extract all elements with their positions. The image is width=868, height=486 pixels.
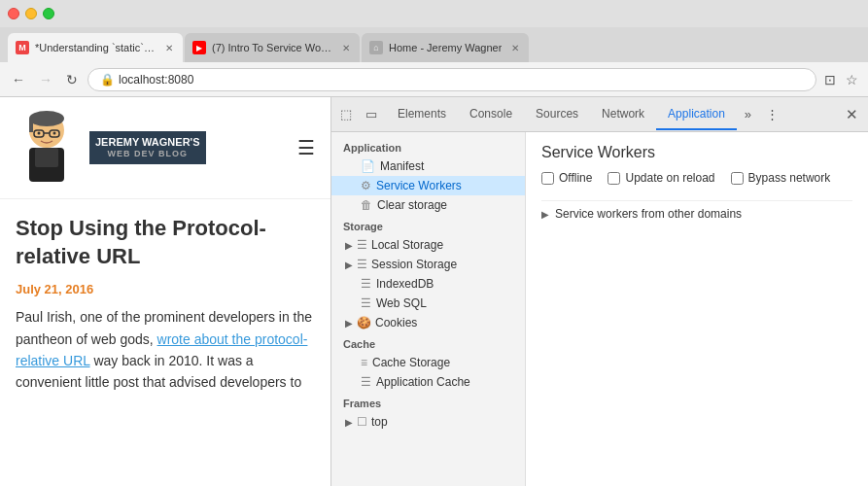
sidebar-item-web-sql[interactable]: ☰ Web SQL	[331, 294, 525, 313]
address-icons: ⊡ ☆	[822, 70, 860, 89]
update-on-reload-checkbox[interactable]	[608, 172, 620, 185]
svg-point-1	[29, 111, 64, 126]
session-storage-icon: ☰	[357, 258, 367, 271]
devtools-panel: ⬚ ▭ Elements Console Sources Network App…	[330, 97, 868, 486]
tab-gmail[interactable]: M *Understanding `static` in Re... ✕	[8, 33, 183, 62]
device-icon[interactable]: ▭	[361, 104, 382, 124]
section-label-frames: Frames	[331, 392, 525, 412]
sidebar-item-manifest[interactable]: 📄 Manifest	[331, 156, 525, 176]
sidebar-item-clear-storage[interactable]: 🗑 Clear storage	[331, 195, 525, 215]
tab-favicon-gmail: M	[16, 41, 29, 54]
website-content: JEREMY WAGNER'S WEB DEV BLOG ☰ Stop Usin…	[0, 97, 330, 486]
other-domains-arrow: ▶	[541, 209, 549, 220]
top-arrow: ▶	[345, 417, 353, 428]
local-storage-label: Local Storage	[371, 238, 443, 252]
site-body: Stop Using the Protocol-relative URL Jul…	[0, 199, 330, 409]
sidebar-item-service-workers[interactable]: ⚙ Service Workers	[331, 176, 525, 195]
indexeddb-icon: ☰	[361, 277, 371, 291]
reload-button[interactable]: ↻	[62, 70, 82, 89]
section-label-cache: Cache	[331, 332, 525, 353]
checkbox-offline[interactable]: Offline	[541, 171, 592, 185]
back-button[interactable]: ←	[8, 70, 29, 89]
sidebar-item-indexeddb[interactable]: ☰ IndexedDB	[331, 274, 525, 294]
sidebar-item-session-storage[interactable]: ▶ ☰ Session Storage	[331, 255, 525, 274]
article-body: Paul Irish, one of the prominent develop…	[16, 306, 315, 394]
tab-site[interactable]: ⌂ Home - Jeremy Wagner ✕	[362, 33, 529, 62]
bypass-network-checkbox[interactable]	[731, 172, 744, 185]
sidebar-item-local-storage[interactable]: ▶ ☰ Local Storage	[331, 235, 525, 255]
tab-favicon-site: ⌂	[369, 41, 383, 54]
hamburger-icon[interactable]: ☰	[297, 136, 315, 159]
svg-point-7	[53, 132, 56, 135]
inspect-icon[interactable]: ⬚	[335, 104, 357, 124]
other-domains-collapsible[interactable]: ▶ Service workers from other domains	[541, 200, 852, 226]
devtools-icons: ⬚ ▭	[335, 104, 382, 124]
address-field[interactable]: 🔒 localhost:8080	[87, 68, 816, 91]
devtools-main-panel: Service Workers Offline Update on reload…	[526, 132, 868, 486]
checkbox-bypass-network[interactable]: Bypass network	[731, 171, 831, 185]
devtools-menu-button[interactable]: ⋮	[761, 104, 783, 124]
lock-icon: 🔒	[100, 73, 115, 87]
tab-sources[interactable]: Sources	[524, 99, 590, 130]
sidebar-item-top[interactable]: ▶ ☐ top	[331, 412, 525, 432]
session-storage-label: Session Storage	[371, 258, 457, 271]
top-label: top	[371, 415, 388, 429]
service-workers-icon: ⚙	[361, 179, 371, 192]
update-on-reload-label: Update on reload	[625, 171, 714, 185]
main-area: JEREMY WAGNER'S WEB DEV BLOG ☰ Stop Usin…	[0, 97, 868, 486]
tab-close-site[interactable]: ✕	[511, 43, 519, 53]
tab-close-youtube[interactable]: ✕	[342, 43, 350, 53]
tab-youtube[interactable]: ▶ (7) Intro To Service Workers & ✕	[185, 33, 360, 62]
offline-label: Offline	[559, 171, 592, 185]
manifest-label: Manifest	[380, 159, 424, 173]
top-icon: ☐	[357, 415, 367, 429]
clear-storage-icon: 🗑	[361, 198, 372, 212]
maximize-button[interactable]	[43, 8, 54, 19]
tab-elements[interactable]: Elements	[386, 99, 458, 130]
forward-button: →	[35, 70, 56, 89]
sidebar-item-app-cache[interactable]: ☰ Application Cache	[331, 372, 525, 392]
sidebar-item-cache-storage[interactable]: ≡ Cache Storage	[331, 353, 525, 372]
tab-favicon-youtube: ▶	[192, 41, 206, 54]
minimize-button[interactable]	[25, 8, 37, 19]
cast-icon[interactable]: ⊡	[822, 70, 838, 89]
article-date: July 21, 2016	[16, 282, 315, 296]
site-logo: JEREMY WAGNER'S WEB DEV BLOG	[89, 131, 206, 164]
article-link[interactable]: wrote about the protocol-relative URL	[16, 331, 307, 368]
site-avatar	[16, 109, 78, 187]
site-header: JEREMY WAGNER'S WEB DEV BLOG ☰	[0, 97, 330, 199]
checkbox-update-on-reload[interactable]: Update on reload	[608, 171, 714, 185]
bypass-network-label: Bypass network	[748, 171, 831, 185]
local-storage-icon: ☰	[357, 238, 367, 252]
logo-line2: WEB DEV BLOG	[95, 149, 200, 160]
site-logo-text: JEREMY WAGNER'S WEB DEV BLOG	[89, 131, 206, 164]
address-bar: ← → ↻ 🔒 localhost:8080 ⊡ ☆	[0, 62, 868, 97]
other-domains-label: Service workers from other domains	[555, 207, 742, 221]
clear-storage-label: Clear storage	[377, 198, 447, 212]
panel-checkboxes: Offline Update on reload Bypass network	[541, 171, 852, 185]
app-cache-label: Application Cache	[376, 375, 470, 389]
tab-console[interactable]: Console	[458, 99, 524, 130]
offline-checkbox[interactable]	[541, 172, 554, 185]
web-sql-label: Web SQL	[376, 296, 427, 310]
tab-network[interactable]: Network	[590, 99, 656, 130]
bookmark-icon[interactable]: ☆	[844, 70, 860, 89]
sidebar-item-cookies[interactable]: ▶ 🍪 Cookies	[331, 313, 525, 332]
cache-storage-label: Cache Storage	[372, 356, 450, 369]
tab-title-youtube: (7) Intro To Service Workers &	[212, 42, 332, 53]
cookies-icon: 🍪	[357, 316, 371, 330]
service-workers-label: Service Workers	[376, 179, 462, 192]
devtools-close-button[interactable]: ✕	[840, 104, 864, 125]
tab-application[interactable]: Application	[656, 99, 737, 130]
section-label-storage: Storage	[331, 215, 525, 235]
tab-close-gmail[interactable]: ✕	[165, 43, 173, 53]
address-url: localhost:8080	[119, 73, 193, 87]
app-cache-icon: ☰	[361, 375, 371, 389]
indexeddb-label: IndexedDB	[376, 277, 434, 291]
svg-rect-2	[29, 119, 33, 132]
logo-line1: JEREMY WAGNER'S	[95, 135, 200, 149]
more-tabs-button[interactable]: »	[739, 104, 757, 124]
devtools-tab-bar: ⬚ ▭ Elements Console Sources Network App…	[331, 97, 868, 132]
tab-title-gmail: *Understanding `static` in Re...	[35, 42, 156, 53]
close-button[interactable]	[8, 8, 19, 19]
